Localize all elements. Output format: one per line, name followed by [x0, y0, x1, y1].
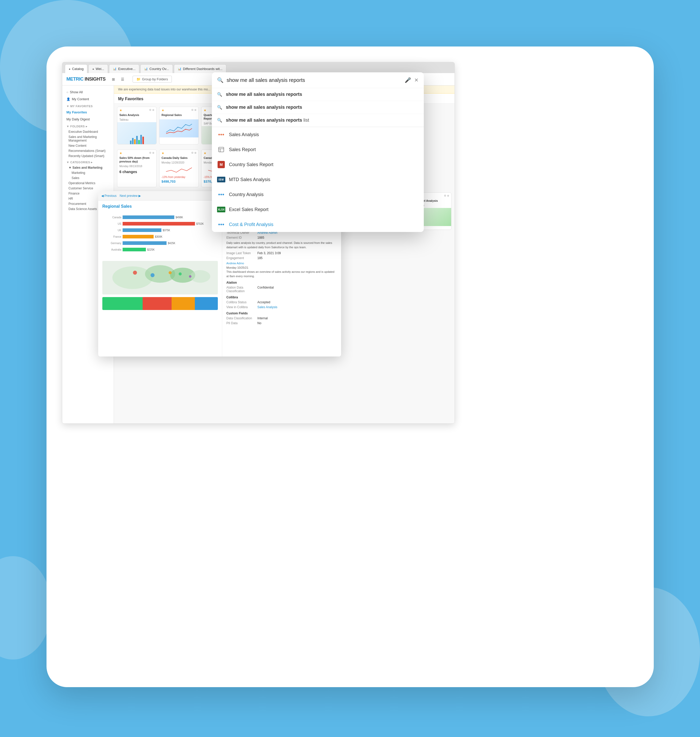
app-logo: METRIC INSIGHTS	[66, 76, 106, 82]
result-mtd-sales[interactable]: IBM MTD Sales Analysis	[212, 172, 424, 187]
tile-star-icon: ★	[162, 109, 164, 112]
folders-section-label: ▼ Folders ▸	[62, 123, 114, 129]
svg-rect-38	[123, 228, 162, 232]
section-collibra: Collibra	[226, 295, 337, 299]
result-label: Excel Sales Report	[229, 207, 269, 212]
result-label: Country Analysis	[229, 192, 263, 197]
grid-view-icon[interactable]: ⊞	[110, 76, 117, 83]
result-icon-redm: M	[217, 160, 225, 169]
search-suggestion-1[interactable]: 🔍 show me all sales analysis reports	[212, 88, 424, 101]
detail-engagement: Engagement 185	[226, 256, 337, 260]
result-icon-ibm: IBM	[217, 175, 225, 184]
svg-text:$498K: $498K	[176, 216, 183, 219]
svg-text:$375K: $375K	[163, 229, 170, 232]
svg-rect-39	[123, 235, 154, 238]
diff-tab-icon: 📊	[178, 67, 181, 70]
tile-change: -13% from yesterday	[159, 175, 199, 179]
favorites-section-label: ▼ My Favorites	[62, 103, 114, 109]
tab-wei[interactable]: ● Wei...	[88, 64, 108, 73]
browser-tab-bar: ● Catalog ● Wei... 📊 Executive... 📊 Coun…	[62, 62, 454, 73]
detail-prev-button[interactable]: ◀ Previous	[101, 194, 116, 198]
tile-actions: ⚙ ⊕	[191, 151, 196, 154]
tile-star-icon: ★	[204, 109, 206, 112]
result-label: MTD Sales Analysis	[229, 177, 270, 182]
tile-sales-50pct-down[interactable]: ★ ⚙ ⊕ Sales 50% down (from previous day)…	[117, 150, 157, 187]
sidebar-item-sales[interactable]: Sales	[62, 175, 114, 181]
tab-executive[interactable]: 📊 Executive...	[109, 64, 139, 73]
result-country-sales-report[interactable]: M Country Sales Report	[212, 157, 424, 172]
field-value: Accepted	[257, 300, 270, 304]
show-all-icon: ○	[66, 90, 68, 94]
search-input[interactable]	[226, 77, 401, 83]
update-user-link[interactable]: Andrew Admo	[226, 262, 244, 265]
svg-rect-36	[123, 216, 174, 219]
list-view-icon[interactable]: ☰	[119, 76, 126, 83]
tile-star-icon: ★	[119, 151, 122, 155]
tile-regional-sales[interactable]: ★ ⚙ ⊕ Regional Sales	[159, 107, 199, 144]
sidebar-item-my-daily-digest[interactable]: My Daily Digest	[62, 116, 114, 123]
svg-text:Germany: Germany	[110, 242, 121, 245]
tab-catalog[interactable]: ● Catalog	[65, 64, 87, 73]
svg-text:$300K: $300K	[155, 235, 163, 238]
svg-text:$225K: $225K	[147, 248, 155, 251]
suggestion-text-2: show me all sales analysis reports	[226, 105, 302, 110]
result-sales-analysis[interactable]: Sales Analysis	[212, 127, 424, 142]
sidebar-item-my-favorites[interactable]: My Favorites	[62, 109, 114, 116]
tile-sales-analysis[interactable]: ★ ⚙ ⊕ Sales Analysis Tableau	[117, 107, 157, 144]
sidebar-item-sales-marketing[interactable]: Sales and Marketing Management	[62, 134, 114, 143]
result-label: Cost & Profit Analysis	[229, 222, 274, 227]
svg-rect-40	[123, 241, 167, 245]
svg-point-56	[189, 275, 191, 278]
result-icon-dots	[217, 131, 225, 139]
field-value: No	[257, 322, 261, 325]
sidebar-item-sales-marketing-cat[interactable]: ▼ Sales and Marketing	[62, 165, 114, 170]
tile-canada-daily-sales[interactable]: ★ ⚙ ⊕ Canada Daily Sales Monday 12/28/20…	[159, 150, 199, 187]
svg-point-52	[133, 271, 137, 275]
svg-point-24	[218, 194, 220, 195]
svg-rect-37	[123, 222, 195, 226]
sidebar-item-customer-service[interactable]: Customer Service	[62, 186, 114, 191]
field-label: Data Classification	[226, 316, 257, 320]
svg-text:Australia: Australia	[111, 248, 121, 251]
tile-actions: ⚙ ⊕	[149, 109, 154, 112]
detail-stacked-chart	[102, 297, 218, 310]
svg-point-54	[169, 271, 172, 275]
field-label: Alation Data Classification	[226, 286, 257, 293]
search-suggestion-2[interactable]: 🔍 show me all sales analysis reports	[212, 101, 424, 114]
sidebar-item-operational-metrics[interactable]: Operational Metrics	[62, 181, 114, 186]
result-cost-profit[interactable]: Cost & Profit Analysis	[212, 217, 424, 232]
suggestion-search-icon: 🔍	[217, 92, 222, 97]
sidebar-item-show-all[interactable]: ○ Show All	[62, 89, 114, 95]
bg-circle-midleft	[0, 556, 52, 659]
sidebar-item-new-content[interactable]: New Content	[62, 143, 114, 148]
my-content-icon: 👤	[66, 97, 70, 101]
result-country-analysis[interactable]: Country Analysis	[212, 187, 424, 202]
suggestion-search-icon-2: 🔍	[217, 105, 222, 110]
field-value-link[interactable]: Sales Analysis	[257, 305, 277, 309]
result-icon-table	[217, 145, 225, 154]
result-icon-xlsx: XLSX	[217, 206, 225, 214]
detail-data-class: Data Classification Internal	[226, 316, 337, 320]
result-excel-sales-report[interactable]: XLSX Excel Sales Report	[212, 202, 424, 217]
detail-next-button[interactable]: Next preview ▶	[120, 194, 141, 198]
search-suggestion-3[interactable]: 🔍 show me all sales analysis reports lis…	[212, 114, 424, 127]
tab-different[interactable]: 📊 Different Dashboards wit...	[174, 64, 226, 73]
svg-point-51	[190, 270, 210, 283]
svg-point-25	[221, 194, 222, 195]
group-by-button[interactable]: 📁 Group by Folders	[132, 76, 172, 83]
tile-star-icon: ★	[204, 151, 206, 155]
sidebar-item-recently-updated[interactable]: Recently Updated (Smart)	[62, 153, 114, 159]
tab-country[interactable]: 📊 Country Ov...	[140, 64, 173, 73]
sidebar-item-my-content[interactable]: 👤 My Content	[62, 95, 114, 103]
microphone-icon[interactable]: 🎤	[404, 77, 411, 83]
section-alation: Alation	[226, 281, 337, 285]
sidebar-item-marketing[interactable]: Marketing	[62, 170, 114, 175]
tile-title: Regional Sales	[159, 113, 199, 118]
section-custom-fields: Custom Fields	[226, 311, 337, 315]
sidebar-item-executive-dashboard[interactable]: Executive Dashboard	[62, 129, 114, 134]
field-label: Image Last Token	[226, 251, 257, 255]
result-sales-report[interactable]: Sales Report	[212, 142, 424, 157]
sidebar-item-recommendations[interactable]: Recommendations (Smart)	[62, 148, 114, 153]
close-icon[interactable]: ✕	[414, 77, 419, 83]
detail-alation-data-class: Alation Data Classification Confidential	[226, 286, 337, 293]
